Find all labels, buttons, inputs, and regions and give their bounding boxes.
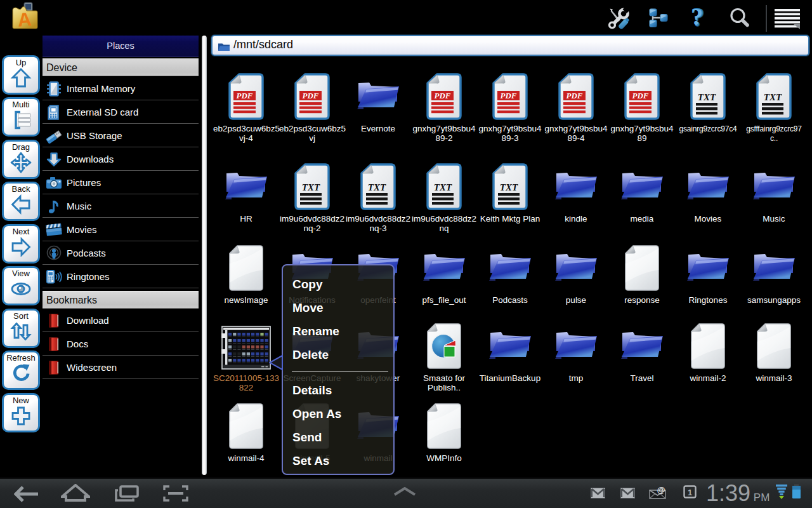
svg-text:TXT: TXT bbox=[434, 182, 452, 192]
svg-text:TXT: TXT bbox=[302, 182, 320, 192]
svg-text:PDF: PDF bbox=[303, 91, 319, 100]
svg-text:1: 1 bbox=[688, 488, 692, 497]
svg-text:PDF: PDF bbox=[566, 91, 583, 100]
svg-text:TXT: TXT bbox=[500, 182, 518, 192]
svg-text:TXT: TXT bbox=[698, 92, 716, 102]
svg-text:PDF: PDF bbox=[435, 91, 451, 100]
svg-text:PDF: PDF bbox=[237, 91, 253, 100]
svg-text:?: ? bbox=[691, 5, 703, 30]
svg-text:PDF: PDF bbox=[501, 91, 517, 100]
svg-text:TXT: TXT bbox=[764, 92, 782, 102]
svg-text:@: @ bbox=[657, 486, 665, 495]
svg-text:TXT: TXT bbox=[368, 182, 386, 192]
svg-text:A: A bbox=[17, 8, 32, 30]
svg-text:PDF: PDF bbox=[632, 91, 649, 100]
